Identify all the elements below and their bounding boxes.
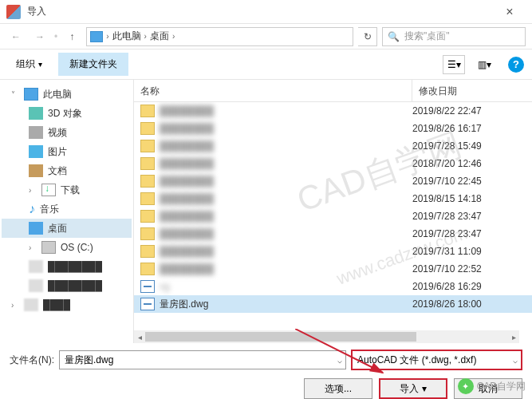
file-date: 2019/7/31 11:09 — [412, 246, 526, 257]
file-date: 2019/6/28 16:29 — [412, 281, 526, 292]
scrollbar-horizontal[interactable]: ◂ ▸ — [134, 330, 519, 343]
file-row[interactable]: ████████2019/7/31 11:09 — [134, 243, 532, 260]
filename-input[interactable]: 量房图.dwg ⌵ — [59, 350, 346, 369]
file-name: ████████ — [160, 158, 412, 169]
file-name: ████████ — [160, 211, 412, 222]
col-name[interactable]: 名称 — [134, 80, 412, 101]
file-name: ████████ — [160, 123, 412, 134]
help-icon[interactable]: ? — [508, 57, 524, 73]
file-date: 2019/7/10 22:45 — [412, 176, 526, 187]
folder-icon — [140, 140, 155, 152]
options-button[interactable]: 选项... — [304, 378, 372, 399]
file-date: 2019/8/15 14:18 — [412, 193, 526, 204]
column-headers: 名称 修改日期 — [134, 80, 532, 102]
document-icon — [29, 164, 43, 177]
music-icon: ♪ — [29, 202, 35, 216]
drive-icon — [24, 298, 38, 311]
folder-icon — [140, 175, 155, 188]
wechat-watermark: ✦ CAD自学网 — [458, 378, 526, 394]
scroll-left-icon[interactable]: ◂ — [134, 331, 145, 342]
app-logo-icon — [6, 5, 21, 19]
sidebar-item-blur[interactable]: ████████ — [2, 257, 132, 276]
scroll-right-icon[interactable]: ▸ — [508, 331, 519, 342]
file-row[interactable]: ████████2018/7/20 12:46 — [134, 155, 532, 172]
file-row[interactable]: 量房图.dwg2019/8/26 18:00 — [134, 295, 532, 313]
file-name: ████████ — [160, 140, 412, 152]
chevron-down-icon: ▾ — [38, 60, 42, 69]
chevron-down-icon[interactable]: ⌵ — [337, 356, 342, 365]
folder-icon — [140, 122, 155, 135]
expand-icon[interactable]: ˅ — [11, 90, 19, 99]
file-row[interactable]: ████████2019/8/15 14:18 — [134, 190, 532, 207]
file-list: CAD自学网 www.cadzxw.com ████████2019/8/22 … — [134, 102, 532, 343]
sidebar-item-osc[interactable]: ›OS (C:) — [2, 238, 132, 257]
file-row[interactable]: ████████2019/8/26 16:17 — [134, 120, 532, 137]
pc-icon — [90, 31, 103, 42]
search-icon: 🔍 — [388, 31, 400, 42]
nav-up-icon[interactable]: ↑ — [62, 27, 81, 46]
chevron-right-icon: › — [106, 32, 108, 41]
close-icon[interactable]: × — [494, 5, 526, 19]
sidebar-item-docs[interactable]: 文档 — [2, 161, 132, 180]
nav-back-icon[interactable]: ← — [6, 27, 26, 46]
sidebar-item-desktop[interactable]: 桌面 — [2, 219, 132, 238]
file-row[interactable]: ████████2019/8/22 22:47 — [134, 102, 532, 120]
drive-icon — [29, 260, 43, 273]
file-date: 2019/8/26 18:00 — [412, 298, 526, 310]
search-input[interactable]: 🔍 搜索"桌面" — [382, 27, 526, 46]
file-name: ████████ — [160, 105, 412, 117]
folder-icon — [140, 105, 155, 117]
file-row[interactable]: vg2019/6/28 16:29 — [134, 278, 532, 295]
file-name: ████████ — [160, 193, 412, 204]
file-date: 2019/7/10 22:52 — [412, 263, 526, 275]
filename-label: 文件名(N): — [10, 354, 54, 367]
folder-icon — [140, 263, 155, 275]
sidebar-item-3d[interactable]: 3D 对象 — [2, 104, 132, 123]
file-row[interactable]: ████████2019/7/10 22:45 — [134, 172, 532, 190]
preview-pane-icon[interactable]: ▥▾ — [473, 55, 495, 74]
breadcrumb[interactable]: › 此电脑 › 桌面 › — [86, 27, 353, 46]
file-name: ████████ — [160, 176, 412, 187]
scroll-thumb[interactable] — [145, 332, 416, 342]
folder-icon — [140, 245, 155, 258]
folder-icon — [140, 227, 155, 240]
sidebar-item-videos[interactable]: 视频 — [2, 123, 132, 142]
filetype-select[interactable]: AutoCAD 文件 (*.dwg, *.dxf) ⌵ — [351, 350, 522, 370]
file-name: 量房图.dwg — [160, 298, 412, 311]
sidebar-item-blur[interactable]: ████████ — [2, 276, 132, 295]
file-name: vg — [160, 281, 412, 292]
organize-button[interactable]: 组织 ▾ — [8, 54, 50, 74]
refresh-icon[interactable]: ↻ — [358, 27, 377, 46]
sidebar-item-downloads[interactable]: ›下载 — [2, 180, 132, 200]
col-date[interactable]: 修改日期 — [412, 80, 532, 101]
expand-icon[interactable]: › — [11, 301, 19, 310]
new-folder-button[interactable]: 新建文件夹 — [58, 53, 128, 76]
nav-forward-icon: → — [30, 27, 49, 46]
file-date: 2019/8/22 22:47 — [412, 105, 526, 117]
chevron-down-icon[interactable]: ⌵ — [513, 356, 518, 365]
expand-icon[interactable]: › — [29, 186, 37, 195]
file-row[interactable]: ████████2019/7/10 22:52 — [134, 260, 532, 278]
file-date: 2019/7/28 15:49 — [412, 140, 526, 152]
file-date: 2018/7/20 12:46 — [412, 158, 526, 169]
expand-icon[interactable]: › — [29, 243, 37, 252]
file-row[interactable]: ████████2019/7/28 23:47 — [134, 207, 532, 225]
wechat-icon: ✦ — [458, 378, 474, 394]
sidebar-item-this-pc[interactable]: ˅此电脑 — [2, 85, 132, 104]
crumb-this-pc[interactable]: 此电脑 — [112, 30, 141, 43]
window-title: 导入 — [27, 5, 494, 18]
file-row[interactable]: ████████2019/7/28 15:49 — [134, 137, 532, 155]
sidebar-item-pictures[interactable]: 图片 — [2, 142, 132, 161]
file-row[interactable]: ████████2019/7/28 23:47 — [134, 225, 532, 243]
dwg-icon — [140, 280, 155, 293]
import-button[interactable]: 导入▾ — [379, 378, 447, 399]
pc-icon — [24, 88, 38, 101]
crumb-desktop[interactable]: 桌面 — [150, 30, 169, 43]
sidebar: ˅此电脑 3D 对象 视频 图片 文档 ›下载 ♪音乐 桌面 ›OS (C:) … — [0, 80, 134, 343]
folder-icon — [140, 157, 155, 170]
folder-icon — [140, 210, 155, 223]
sidebar-item-blur[interactable]: ›████ — [2, 295, 132, 314]
view-mode-icon[interactable]: ☰▾ — [443, 55, 465, 74]
sidebar-item-music[interactable]: ♪音乐 — [2, 200, 132, 219]
file-date: 2019/8/26 16:17 — [412, 123, 526, 134]
